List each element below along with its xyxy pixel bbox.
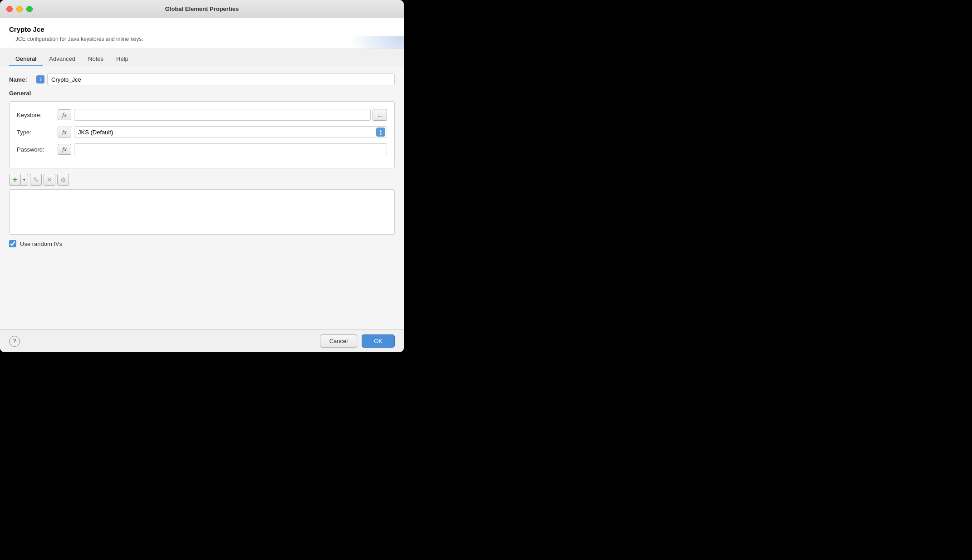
toolbar-row: + ▾ ✎ ✕ ⚙ xyxy=(9,174,395,186)
type-select-wrapper: JKS (Default) JCEKS PKCS12 xyxy=(74,126,387,138)
name-icon-text: i xyxy=(40,77,41,82)
tab-notes[interactable]: Notes xyxy=(82,53,110,66)
dialog: Global Element Properties Crypto Jce JCE… xyxy=(0,0,404,352)
keystore-row: Keystore: fx ... xyxy=(17,109,387,121)
type-select[interactable]: JKS (Default) JCEKS PKCS12 xyxy=(74,126,387,138)
help-button[interactable]: ? xyxy=(9,336,20,347)
dialog-description: JCE configuration for Java keystores and… xyxy=(15,36,395,42)
delete-button[interactable]: ✕ xyxy=(44,174,55,186)
edit-button[interactable]: ✎ xyxy=(30,174,42,186)
dialog-header: Crypto Jce JCE configuration for Java ke… xyxy=(0,18,404,49)
tab-help[interactable]: Help xyxy=(110,53,135,66)
random-ivs-checkbox[interactable] xyxy=(9,240,16,247)
footer-buttons: Cancel OK xyxy=(320,334,395,348)
password-input[interactable] xyxy=(74,143,387,155)
tab-advanced[interactable]: Advanced xyxy=(43,53,82,66)
keystore-fx-button[interactable]: fx xyxy=(58,109,71,120)
tab-general[interactable]: General xyxy=(9,53,43,66)
dialog-title: Crypto Jce xyxy=(9,25,395,33)
config-button[interactable]: ⚙ xyxy=(57,174,69,186)
maximize-button[interactable] xyxy=(26,6,33,12)
titlebar: Global Element Properties xyxy=(0,0,404,18)
window-title: Global Element Properties xyxy=(165,5,239,12)
config-icon: ⚙ xyxy=(60,176,66,183)
type-row: Type: fx JKS (Default) JCEKS PKCS12 xyxy=(17,126,387,138)
minimize-button[interactable] xyxy=(16,6,23,12)
help-icon: ? xyxy=(13,338,16,344)
keystore-browse-button[interactable]: ... xyxy=(373,109,387,121)
list-area xyxy=(9,189,395,235)
edit-icon: ✎ xyxy=(33,176,39,183)
name-label: Name: xyxy=(9,76,36,83)
cancel-button[interactable]: Cancel xyxy=(320,334,357,348)
name-icon-badge: i xyxy=(36,75,44,84)
keystore-input[interactable] xyxy=(74,109,371,121)
random-ivs-label[interactable]: Use random IVs xyxy=(20,241,62,247)
password-fx-button[interactable]: fx xyxy=(58,144,71,155)
browse-ellipsis: ... xyxy=(378,112,382,118)
add-button[interactable]: + xyxy=(9,174,21,186)
window-controls xyxy=(6,6,33,12)
name-input[interactable] xyxy=(47,74,395,85)
content-panel: Keystore: fx ... Type: fx JKS (Default) … xyxy=(9,101,395,168)
add-icon: + xyxy=(13,175,18,185)
password-row: Password: fx xyxy=(17,143,387,155)
name-row: Name: i xyxy=(9,74,395,85)
password-label: Password: xyxy=(17,146,58,153)
section-label: General xyxy=(9,90,395,97)
delete-icon: ✕ xyxy=(47,176,52,183)
close-button[interactable] xyxy=(6,6,13,12)
keystore-label: Keystore: xyxy=(17,112,58,118)
checkbox-row: Use random IVs xyxy=(9,240,395,247)
type-label: Type: xyxy=(17,129,58,136)
dialog-footer: ? Cancel OK xyxy=(0,329,404,352)
tab-bar: General Advanced Notes Help xyxy=(0,49,404,66)
ok-button[interactable]: OK xyxy=(362,334,395,348)
add-dropdown-button[interactable]: ▾ xyxy=(21,174,28,186)
dropdown-arrow-icon: ▾ xyxy=(23,177,25,182)
dialog-body: Name: i General Keystore: fx ... Type: xyxy=(0,66,404,329)
add-group: + ▾ xyxy=(9,174,28,186)
type-fx-button[interactable]: fx xyxy=(58,127,71,138)
